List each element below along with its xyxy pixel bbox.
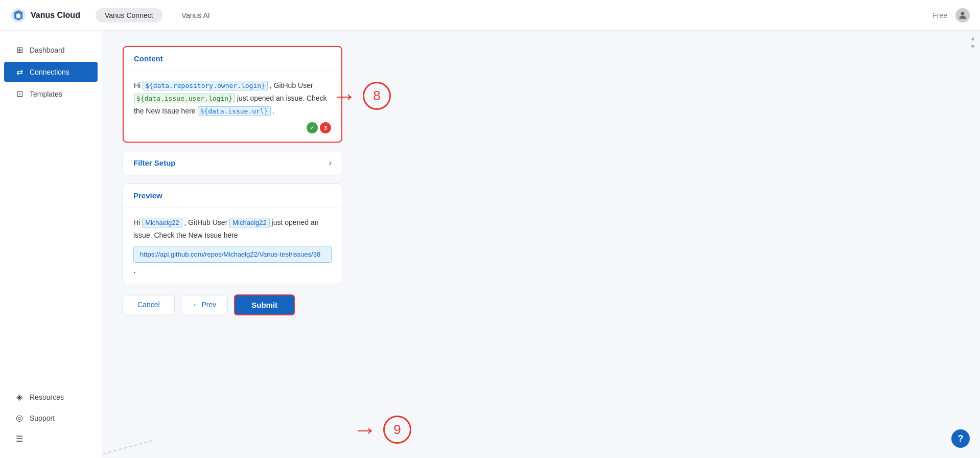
resources-icon: ◈ [14, 392, 25, 402]
filter-setup-row[interactable]: Filter Setup › [123, 151, 342, 175]
sidebar-item-connections[interactable]: ⇄ Connections [4, 62, 98, 82]
chevron-up-icon: ▲ [970, 35, 976, 42]
cancel-button[interactable]: Cancel [123, 295, 175, 314]
annotation-9: → 9 [353, 416, 411, 444]
content-card-body: Hi ${data.repository.owner.login} , GitH… [124, 71, 341, 142]
icons-row: ✓ 3 [134, 122, 331, 133]
preview-text: Hi Michaelg22 , GitHub User Michaelg22 j… [133, 216, 332, 242]
nav-right: Free [932, 8, 970, 22]
logo-icon [10, 7, 27, 24]
preview-highlight1: Michaelg22 [142, 218, 182, 227]
right-edge-indicator: ▲ ▼ [970, 35, 976, 50]
annotation-circle-9: 9 [383, 416, 411, 444]
preview-card: Preview Hi Michaelg22 , GitHub User Mich… [123, 184, 342, 284]
content-area: ▲ ▼ Content Hi ${data.repository.owner.l… [102, 31, 980, 458]
dashed-hint [103, 440, 152, 454]
content-mid1: , GitHub User [270, 81, 313, 89]
preview-card-title: Preview [133, 191, 162, 200]
user-avatar-icon[interactable] [955, 8, 970, 22]
arrow-right-8-icon: → [332, 84, 357, 108]
badge-count: 3 [320, 122, 331, 133]
content-card: Content Hi ${data.repository.owner.login… [123, 46, 342, 143]
var-repository-owner[interactable]: ${data.repository.owner.login} [143, 81, 268, 90]
prev-button[interactable]: ← Prev [181, 295, 228, 314]
sidebar-label-support: Support [30, 414, 55, 422]
var-issue-url[interactable]: ${data.issue.url} [198, 106, 271, 116]
content-card-title: Content [134, 54, 163, 63]
support-icon: ◎ [14, 413, 25, 423]
content-text: Hi ${data.repository.owner.login} , GitH… [134, 79, 331, 118]
preview-url: https://api.github.com/repos/Michaelg22/… [140, 250, 320, 258]
connections-icon: ⇄ [14, 67, 25, 77]
preview-mid1: , GitHub User [184, 218, 228, 226]
sidebar-item-resources[interactable]: ◈ Resources [4, 387, 98, 407]
content-suffix: . [272, 107, 274, 115]
sidebar-item-menu[interactable]: ☰ [4, 429, 98, 449]
nav-connect-btn[interactable]: Vanus Connect [96, 8, 162, 22]
preview-card-header: Preview [123, 184, 342, 208]
preview-highlight2: Michaelg22 [229, 218, 270, 227]
sidebar-item-templates[interactable]: ⊡ Templates [4, 84, 98, 104]
help-button[interactable]: ? [951, 429, 970, 448]
preview-prefix: Hi [133, 218, 140, 226]
content-prefix: Hi [134, 81, 141, 89]
sidebar: ⊞ Dashboard ⇄ Connections ⊡ Templates ◈ … [0, 31, 102, 458]
submit-button[interactable]: Submit [234, 294, 295, 315]
preview-dot: . [133, 265, 332, 276]
sidebar-item-dashboard[interactable]: ⊞ Dashboard [4, 40, 98, 60]
nav-ai-btn[interactable]: Vanus AI [173, 8, 219, 22]
logo-text: Vanus Cloud [31, 11, 80, 20]
sidebar-label-connections: Connections [30, 68, 69, 76]
filter-setup-chevron-icon: › [329, 158, 332, 168]
sidebar-item-support[interactable]: ◎ Support [4, 408, 98, 428]
logo-area: Vanus Cloud [10, 7, 80, 24]
check-icon: ✓ [307, 122, 318, 133]
sidebar-bottom: ◈ Resources ◎ Support ☰ [0, 386, 102, 450]
templates-icon: ⊡ [14, 89, 25, 99]
free-badge: Free [932, 11, 947, 19]
top-nav: Vanus Cloud Vanus Connect Vanus AI Free [0, 0, 980, 31]
dashboard-icon: ⊞ [14, 45, 25, 55]
sidebar-label-dashboard: Dashboard [30, 46, 65, 54]
arrow-right-9-icon: → [353, 418, 377, 442]
content-card-header: Content [124, 47, 341, 71]
chevron-down-icon: ▼ [970, 43, 976, 50]
menu-icon: ☰ [14, 434, 25, 444]
svg-point-1 [961, 12, 965, 15]
filter-setup-label: Filter Setup [133, 158, 176, 167]
main-layout: ⊞ Dashboard ⇄ Connections ⊡ Templates ◈ … [0, 31, 980, 458]
preview-card-body: Hi Michaelg22 , GitHub User Michaelg22 j… [123, 208, 342, 284]
annotation-circle-8: 8 [363, 82, 391, 110]
sidebar-label-templates: Templates [30, 90, 62, 98]
sidebar-label-resources: Resources [30, 393, 64, 401]
annotation-8: → 8 [332, 82, 391, 110]
bottom-bar: Cancel ← Prev Submit [123, 294, 342, 315]
var-issue-user[interactable]: ${data.issue.user.login} [134, 94, 235, 103]
preview-url-box: https://api.github.com/repos/Michaelg22/… [133, 246, 332, 263]
